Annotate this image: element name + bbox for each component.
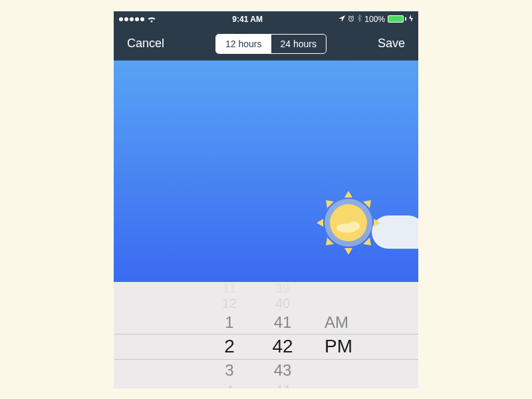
- sun-icon: [312, 186, 385, 262]
- svg-marker-2: [344, 248, 352, 255]
- bluetooth-icon: [357, 15, 362, 24]
- picker-item: 44: [266, 382, 299, 388]
- picker-spacer: [319, 282, 359, 295]
- picker-item-selected: PM: [319, 334, 359, 359]
- status-left: [119, 16, 156, 23]
- picker-item: 11: [213, 282, 246, 295]
- sky-illustration: [114, 61, 418, 282]
- svg-marker-4: [374, 219, 380, 227]
- status-time: 9:41 AM: [156, 15, 338, 24]
- picker-item: 39: [266, 282, 299, 295]
- save-button[interactable]: Save: [378, 37, 405, 51]
- svg-point-12: [348, 221, 360, 231]
- time-picker[interactable]: 11 12 1 2 3 4 5 39 40 41 42 43 44 45 AM: [114, 282, 418, 388]
- svg-marker-1: [344, 191, 352, 198]
- picker-item-selected: 42: [266, 334, 299, 359]
- seg-24-hours[interactable]: 24 hours: [271, 35, 326, 53]
- picker-item: 1: [213, 311, 246, 334]
- svg-point-10: [330, 204, 367, 241]
- minute-wheel[interactable]: 39 40 41 42 43 44 45: [266, 282, 299, 388]
- hour-wheel[interactable]: 11 12 1 2 3 4 5: [213, 282, 246, 388]
- picker-item: AM: [319, 311, 359, 334]
- status-right: 100%: [338, 15, 413, 24]
- svg-marker-3: [317, 219, 323, 227]
- cancel-button[interactable]: Cancel: [127, 37, 164, 51]
- location-icon: [338, 15, 345, 24]
- picker-item: 43: [266, 359, 299, 382]
- phone-frame: 9:41 AM 100% Cancel 12 hours 24: [114, 11, 418, 388]
- picker-item: 3: [213, 359, 246, 382]
- picker-divider: [114, 359, 418, 360]
- picker-item-selected: 2: [213, 334, 246, 359]
- battery-percent: 100%: [364, 15, 385, 24]
- picker-item: 41: [266, 311, 299, 334]
- alarm-icon: [348, 15, 354, 24]
- status-bar: 9:41 AM 100%: [114, 11, 418, 27]
- picker-item: 40: [266, 295, 299, 311]
- ampm-wheel[interactable]: AM PM: [319, 282, 359, 388]
- battery-icon: [388, 15, 406, 23]
- picker-item: 4: [213, 382, 246, 388]
- seg-12-hours[interactable]: 12 hours: [216, 35, 271, 53]
- picker-item: 12: [213, 295, 246, 311]
- wifi-icon: [147, 16, 156, 23]
- picker-divider: [114, 334, 418, 334]
- hour-format-segmented-control: 12 hours 24 hours: [215, 34, 327, 54]
- nav-bar: Cancel 12 hours 24 hours Save: [114, 27, 418, 61]
- charging-icon: [409, 15, 413, 24]
- picker-spacer: [319, 295, 359, 311]
- signal-dots-icon: [119, 17, 144, 21]
